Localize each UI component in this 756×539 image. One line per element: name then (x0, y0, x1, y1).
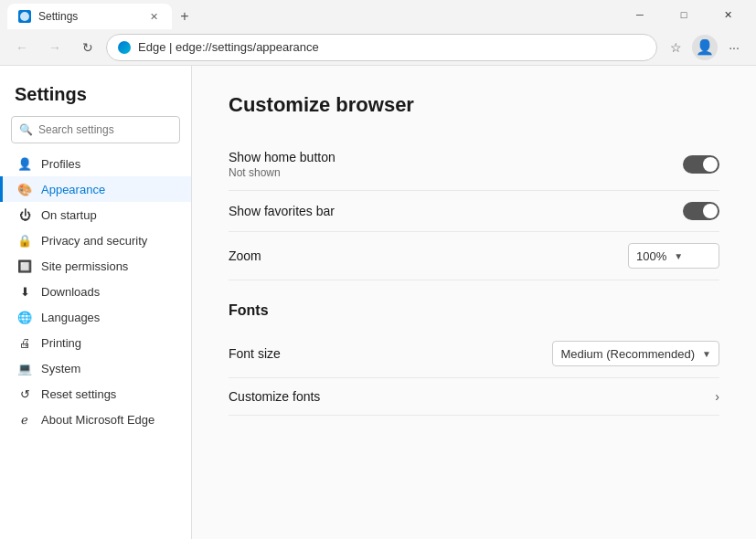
new-tab-button[interactable]: + (172, 4, 197, 29)
settings-tab[interactable]: Settings ✕ (7, 4, 172, 29)
content-area: Customize browser Show home button Not s… (192, 66, 756, 539)
sidebar-label-system: System (41, 362, 80, 375)
svg-point-0 (20, 12, 29, 21)
zoom-row: Zoom 100% ▼ (229, 232, 719, 280)
forward-button[interactable]: → (40, 33, 69, 62)
sidebar-label-privacy: Privacy and security (41, 234, 147, 248)
sidebar-item-reset[interactable]: ↺ Reset settings (0, 381, 191, 407)
sidebar-label-printing: Printing (41, 336, 81, 350)
search-icon: 🔍 (19, 123, 33, 136)
sidebar-icon-about: ℯ (17, 412, 32, 427)
tab-favicon (18, 10, 31, 23)
zoom-dropdown-arrow: ▼ (674, 251, 683, 261)
sidebar-label-reset: Reset settings (41, 387, 116, 401)
close-button[interactable]: ✕ (707, 0, 749, 29)
sidebar-icon-on-startup: ⏻ (17, 207, 32, 222)
search-input[interactable] (38, 123, 176, 136)
show-home-button-row: Show home button Not shown (229, 139, 719, 191)
profile-button[interactable]: 👤 (692, 35, 718, 60)
home-button-toggle-switch[interactable] (683, 155, 719, 174)
zoom-label-group: Zoom (229, 248, 628, 263)
favorite-button[interactable]: ☆ (661, 33, 690, 62)
show-favorites-bar-toggle[interactable] (683, 202, 719, 220)
show-favorites-bar-label-group: Show favorites bar (229, 204, 683, 218)
font-size-dropdown-arrow: ▼ (702, 349, 711, 359)
sidebar-label-about: About Microsoft Edge (41, 413, 154, 427)
show-favorites-bar-row: Show favorites bar (229, 191, 719, 232)
sidebar-icon-printing: 🖨 (17, 335, 32, 350)
sidebar-icon-downloads: ⬇ (17, 284, 32, 299)
main-layout: Settings 🔍 👤 Profiles 🎨 Appearance ⏻ On … (0, 66, 756, 539)
address-bar[interactable]: Edge | edge://settings/appearance (106, 34, 657, 61)
sidebar-item-printing[interactable]: 🖨 Printing (0, 330, 191, 355)
sidebar-label-languages: Languages (41, 311, 100, 324)
tab-strip: Settings ✕ + (7, 0, 612, 29)
sidebar: Settings 🔍 👤 Profiles 🎨 Appearance ⏻ On … (0, 66, 192, 539)
zoom-dropdown-control[interactable]: 100% ▼ (628, 243, 719, 269)
sidebar-icon-profiles: 👤 (17, 156, 32, 171)
font-size-dropdown-control[interactable]: Medium (Recommended) ▼ (552, 341, 719, 366)
customize-fonts-chevron: › (715, 389, 719, 404)
sidebar-item-appearance[interactable]: 🎨 Appearance (0, 176, 191, 202)
sidebar-item-profiles[interactable]: 👤 Profiles (0, 151, 191, 176)
font-size-row: Font size Medium (Recommended) ▼ (229, 330, 719, 378)
address-text: Edge | edge://settings/appearance (138, 40, 319, 54)
fonts-section-heading: Fonts (229, 302, 719, 319)
toolbar: ← → ↻ Edge | edge://settings/appearance … (0, 29, 756, 66)
sidebar-items-container: 👤 Profiles 🎨 Appearance ⏻ On startup 🔒 P… (0, 151, 191, 432)
font-size-dropdown[interactable]: Medium (Recommended) ▼ (552, 341, 719, 366)
sidebar-item-on-startup[interactable]: ⏻ On startup (0, 202, 191, 227)
favorites-bar-toggle-switch[interactable] (683, 202, 719, 220)
titlebar: Settings ✕ + ─ □ ✕ (0, 0, 756, 29)
edge-icon (118, 41, 131, 54)
show-home-button-toggle[interactable] (683, 155, 719, 174)
sidebar-icon-reset: ↺ (17, 386, 32, 401)
back-button[interactable]: ← (7, 33, 37, 62)
content-title: Customize browser (229, 93, 719, 117)
sidebar-item-site-permissions[interactable]: 🔲 Site permissions (0, 253, 191, 279)
refresh-button[interactable]: ↻ (73, 33, 102, 62)
customize-fonts-row[interactable]: Customize fonts › (229, 378, 719, 416)
sidebar-label-on-startup: On startup (41, 208, 97, 222)
minimize-button[interactable]: ─ (619, 0, 661, 29)
window-controls: ─ □ ✕ (619, 0, 749, 29)
sidebar-item-system[interactable]: 💻 System (0, 355, 191, 381)
sidebar-label-appearance: Appearance (41, 183, 105, 196)
customize-fonts-label: Customize fonts (229, 389, 715, 404)
show-home-button-sublabel: Not shown (229, 166, 683, 179)
sidebar-item-downloads[interactable]: ⬇ Downloads (0, 279, 191, 304)
sidebar-icon-privacy: 🔒 (17, 233, 32, 248)
font-size-label: Font size (229, 346, 552, 361)
sidebar-icon-system: 💻 (17, 361, 32, 375)
font-size-value: Medium (Recommended) (560, 347, 695, 361)
menu-button[interactable]: ··· (719, 33, 749, 62)
sidebar-label-site-permissions: Site permissions (41, 259, 128, 273)
sidebar-icon-appearance: 🎨 (17, 182, 32, 196)
show-home-button-label-group: Show home button Not shown (229, 150, 683, 179)
maximize-button[interactable]: □ (663, 0, 705, 29)
zoom-value: 100% (636, 249, 666, 263)
toolbar-right: ☆ 👤 ··· (661, 33, 749, 62)
search-box[interactable]: 🔍 (11, 116, 180, 143)
show-home-button-label: Show home button (229, 150, 683, 164)
show-favorites-bar-label: Show favorites bar (229, 204, 683, 218)
zoom-dropdown[interactable]: 100% ▼ (628, 243, 719, 269)
sidebar-icon-site-permissions: 🔲 (17, 259, 32, 273)
zoom-label: Zoom (229, 248, 628, 263)
font-size-label-group: Font size (229, 346, 552, 361)
tab-close-button[interactable]: ✕ (146, 9, 161, 24)
sidebar-title: Settings (0, 73, 191, 112)
sidebar-label-downloads: Downloads (41, 285, 100, 299)
sidebar-item-about[interactable]: ℯ About Microsoft Edge (0, 407, 191, 432)
tab-title: Settings (38, 10, 78, 23)
sidebar-item-privacy[interactable]: 🔒 Privacy and security (0, 227, 191, 253)
sidebar-item-languages[interactable]: 🌐 Languages (0, 304, 191, 330)
sidebar-label-profiles: Profiles (41, 157, 80, 171)
sidebar-icon-languages: 🌐 (17, 310, 32, 324)
